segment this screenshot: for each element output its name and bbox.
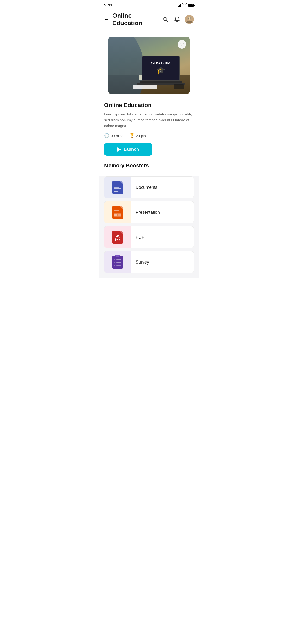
laptop: E-LEARNING 🎓 xyxy=(137,56,185,84)
list-item[interactable]: Survey xyxy=(104,251,194,273)
list-item[interactable]: PDF PDF xyxy=(104,226,194,248)
trophy-icon: 🏆 xyxy=(129,133,135,138)
documents-label: Documents xyxy=(131,185,162,190)
memory-boosters-section: Memory Boosters xyxy=(99,162,199,176)
signal-icon xyxy=(177,4,181,7)
course-meta: 🕐 30 mins 🏆 20 pts xyxy=(104,133,194,138)
course-content: Online Education Lorem ipsum dolor sit a… xyxy=(99,97,199,156)
course-description: Lorem ipsum dolor sit amet, consetetur s… xyxy=(104,112,194,129)
survey-icon-wrap xyxy=(104,251,131,273)
presentation-icon xyxy=(112,206,123,219)
laptop-screen-text: E-LEARNING xyxy=(151,62,171,65)
course-title: Online Education xyxy=(104,102,194,108)
header-actions xyxy=(162,15,194,24)
wifi-icon xyxy=(182,3,187,8)
launch-button[interactable]: Launch xyxy=(104,143,152,156)
notification-button[interactable] xyxy=(173,16,181,23)
documents-icon-wrap xyxy=(104,176,131,198)
battery-icon xyxy=(188,4,194,7)
duration-meta: 🕐 30 mins xyxy=(104,133,123,138)
hero-image-container: E-LEARNING 🎓 ♡ xyxy=(108,37,190,94)
page-title: Online Education xyxy=(112,12,162,27)
presentation-icon-wrap xyxy=(104,202,131,223)
duration-value: 30 mins xyxy=(111,134,123,138)
list-item[interactable]: Presentation xyxy=(104,201,194,223)
clock-icon: 🕐 xyxy=(104,133,109,138)
hero-image: E-LEARNING 🎓 xyxy=(108,37,190,94)
back-button[interactable]: ← xyxy=(104,16,109,22)
documents-icon xyxy=(112,181,123,194)
points-value: 20 pts xyxy=(136,134,146,138)
header: ← Online Education xyxy=(99,10,199,30)
search-button[interactable] xyxy=(162,16,169,23)
favorite-button[interactable]: ♡ xyxy=(178,40,186,49)
pdf-icon: PDF xyxy=(112,231,123,244)
pdf-icon-wrap: PDF xyxy=(104,226,131,248)
boosters-list: Documents Presentation PDF xyxy=(99,176,199,278)
svg-line-1 xyxy=(167,20,168,22)
launch-label: Launch xyxy=(123,147,139,152)
play-icon xyxy=(117,147,121,152)
pdf-label: PDF xyxy=(131,235,149,240)
memory-boosters-title: Memory Boosters xyxy=(99,162,199,169)
status-time: 9:41 xyxy=(104,3,112,8)
avatar[interactable] xyxy=(185,15,194,24)
survey-label: Survey xyxy=(131,260,154,265)
status-bar: 9:41 xyxy=(99,0,199,10)
graduation-cap-icon: 🎓 xyxy=(157,66,165,74)
status-icons xyxy=(177,3,194,8)
presentation-label: Presentation xyxy=(131,210,165,215)
survey-icon xyxy=(112,256,123,268)
list-item[interactable]: Documents xyxy=(104,176,194,198)
points-meta: 🏆 20 pts xyxy=(129,133,146,138)
